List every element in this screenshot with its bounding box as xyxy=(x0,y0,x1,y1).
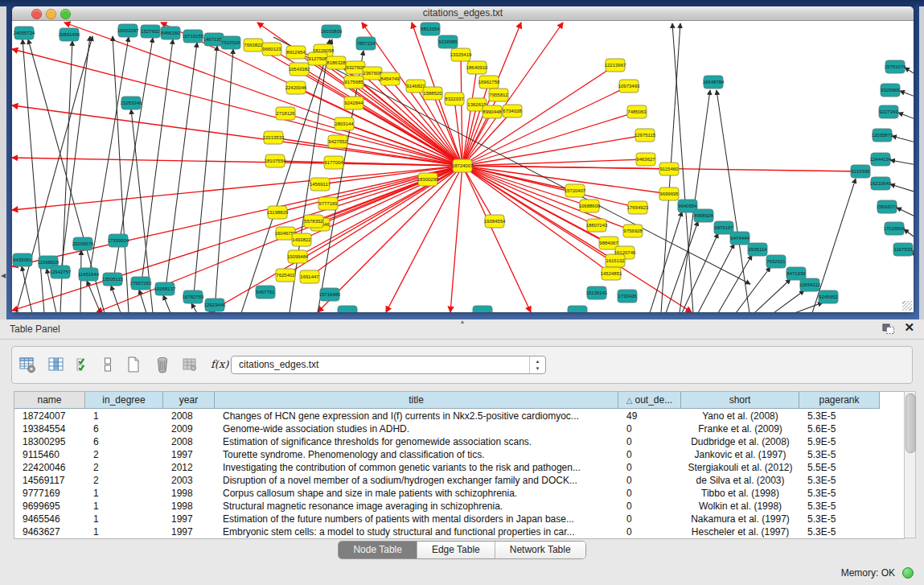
graph-node[interactable]: 12923446 xyxy=(204,299,226,311)
graph-node[interactable]: 7515526 xyxy=(221,36,240,49)
graph-node[interactable]: 2935114 xyxy=(748,243,767,256)
graph-edge[interactable] xyxy=(23,39,44,312)
column-header-title[interactable]: title xyxy=(215,392,618,409)
graph-edge[interactable] xyxy=(650,212,682,312)
graph-edge[interactable] xyxy=(666,221,698,312)
graph-node[interactable]: 15716485 xyxy=(319,288,341,301)
graph-node[interactable]: 9175685 xyxy=(344,76,363,89)
table-row[interactable]: 2242004622012Investigating the contribut… xyxy=(14,461,905,474)
graph-node[interactable]: 1527602 xyxy=(141,25,160,38)
graph-node[interactable]: 17957253 xyxy=(130,277,152,290)
graph-node[interactable]: 1167533 xyxy=(893,243,913,256)
column-header-in_degree[interactable]: in_degree xyxy=(85,392,163,409)
tab-node-table[interactable]: Node Table xyxy=(339,542,417,558)
graph-edge[interactable] xyxy=(462,86,629,166)
graph-node[interactable]: 12975115 xyxy=(634,129,656,142)
graph-node[interactable]: 9699695 xyxy=(659,187,679,200)
graph-node[interactable]: 9245652 xyxy=(819,290,838,303)
graph-node[interactable]: 9227343 xyxy=(879,105,898,118)
graph-edge[interactable] xyxy=(795,303,823,312)
graph-node[interactable]: 8454749 xyxy=(380,72,400,85)
graph-edge[interactable] xyxy=(462,159,646,166)
graph-node[interactable]: 20206576 xyxy=(72,237,94,250)
graph-node[interactable]: 6734028 xyxy=(503,105,522,117)
table-settings-icon[interactable] xyxy=(18,356,38,375)
graph-node[interactable]: 12213967 xyxy=(605,59,626,72)
graph-node[interactable]: 2367608 xyxy=(363,67,382,80)
graph-edge[interactable] xyxy=(698,244,734,312)
column-header-year[interactable]: year xyxy=(163,392,215,409)
graph-node[interactable]: 2718126 xyxy=(276,107,295,120)
graph-node[interactable]: 1615132 xyxy=(606,254,625,267)
graph-node[interactable]: 1691447 xyxy=(300,270,319,283)
graph-edge[interactable] xyxy=(462,166,638,208)
graph-node[interactable]: 9242844 xyxy=(344,97,363,109)
graph-node[interactable]: 12035873 xyxy=(872,129,893,142)
graph-node[interactable]: 15136141 xyxy=(586,286,608,299)
graph-node[interactable]: 24055724 xyxy=(14,27,35,39)
column-header-short[interactable]: short xyxy=(681,392,799,409)
graph-node[interactable]: 1588520 xyxy=(423,87,442,100)
table-scrollbar[interactable] xyxy=(904,391,916,538)
graph-node[interactable]: 10973493 xyxy=(618,80,640,93)
node-box[interactable] xyxy=(568,306,587,312)
graph-node[interactable]: 10958137 xyxy=(154,282,176,295)
graph-node[interactable]: 9177004 xyxy=(324,156,343,169)
graph-node[interactable]: 10719155 xyxy=(183,30,204,43)
graph-edge[interactable] xyxy=(462,135,645,166)
graph-node[interactable]: 8466160 xyxy=(161,27,180,39)
graph-node[interactable]: 12444134 xyxy=(870,153,892,166)
graph-edge[interactable] xyxy=(12,49,462,166)
graph-edge[interactable] xyxy=(717,90,749,312)
graph-node[interactable]: 13325419 xyxy=(450,48,472,61)
table-scrollbar-thumb[interactable] xyxy=(906,393,916,453)
graph-node[interactable]: 17359924 xyxy=(108,234,129,247)
graph-node[interactable]: 18640910 xyxy=(466,61,488,74)
graph-node[interactable]: 16782759 xyxy=(183,290,204,303)
graph-edge[interactable] xyxy=(897,208,914,220)
graph-node[interactable]: 18300295 xyxy=(417,173,439,186)
graph-edge[interactable] xyxy=(354,103,462,166)
table-row[interactable]: 969969511998Structural magnetic resonanc… xyxy=(14,500,905,513)
graph-node[interactable]: 9474444 xyxy=(730,232,749,245)
graph-node[interactable]: 16210643 xyxy=(870,177,892,190)
graph-node[interactable]: 9457751 xyxy=(256,286,275,299)
graph-node[interactable]: 17016504 xyxy=(884,222,906,235)
graph-node[interactable]: 13198829 xyxy=(267,206,289,219)
graph-node[interactable] xyxy=(473,306,492,312)
select-columns-icon[interactable] xyxy=(75,356,94,375)
graph-node[interactable]: 15692071 xyxy=(877,200,898,213)
node-box[interactable] xyxy=(473,306,492,312)
graph-node[interactable]: 7485063 xyxy=(627,105,647,118)
graph-edge[interactable] xyxy=(462,166,615,261)
graph-edge[interactable] xyxy=(462,112,637,166)
graph-node[interactable]: 22420046 xyxy=(285,81,307,94)
graph-node[interactable]: 9463627 xyxy=(636,153,655,166)
network-window-titlebar[interactable]: citations_edges.txt xyxy=(12,6,914,21)
graph-edge[interactable] xyxy=(904,229,914,242)
graph-node[interactable]: 10688609 xyxy=(579,200,601,212)
graph-edge[interactable] xyxy=(141,39,173,289)
graph-edge[interactable] xyxy=(191,303,197,312)
graph-edge[interactable] xyxy=(461,55,462,166)
graph-node[interactable]: 9756928 xyxy=(623,225,643,237)
table-row[interactable]: 1830029562008Estimation of significance … xyxy=(14,435,905,448)
graph-node[interactable]: 9218986 xyxy=(438,35,458,48)
column-header-pagerank[interactable]: pagerank xyxy=(799,392,880,409)
graph-node[interactable]: 9127508 xyxy=(308,52,327,65)
graph-node[interactable]: 12213533 xyxy=(263,131,285,144)
graph-edge[interactable] xyxy=(900,91,914,99)
graph-node[interactable]: 9427552 xyxy=(328,135,347,148)
network-canvas[interactable]: 1872400718300295766382296601238912954182… xyxy=(12,21,914,312)
graph-node[interactable]: 15720407 xyxy=(565,184,586,197)
graph-node[interactable]: 5578352 xyxy=(304,215,323,228)
graph-node[interactable]: 9115460 xyxy=(659,163,679,175)
graph-node[interactable]: 18107554 xyxy=(265,154,286,167)
graph-edge[interactable] xyxy=(450,166,462,312)
graph-node[interactable]: 8186328 xyxy=(326,56,346,69)
table-row[interactable]: 946362711997Embryonic stem cells: a mode… xyxy=(14,525,905,538)
graph-node[interactable]: 8990448 xyxy=(483,105,502,118)
graph-node[interactable] xyxy=(338,306,357,312)
table-row[interactable]: 1872400712008Changes of HCN gene express… xyxy=(14,410,905,422)
graph-edge[interactable] xyxy=(682,233,718,312)
